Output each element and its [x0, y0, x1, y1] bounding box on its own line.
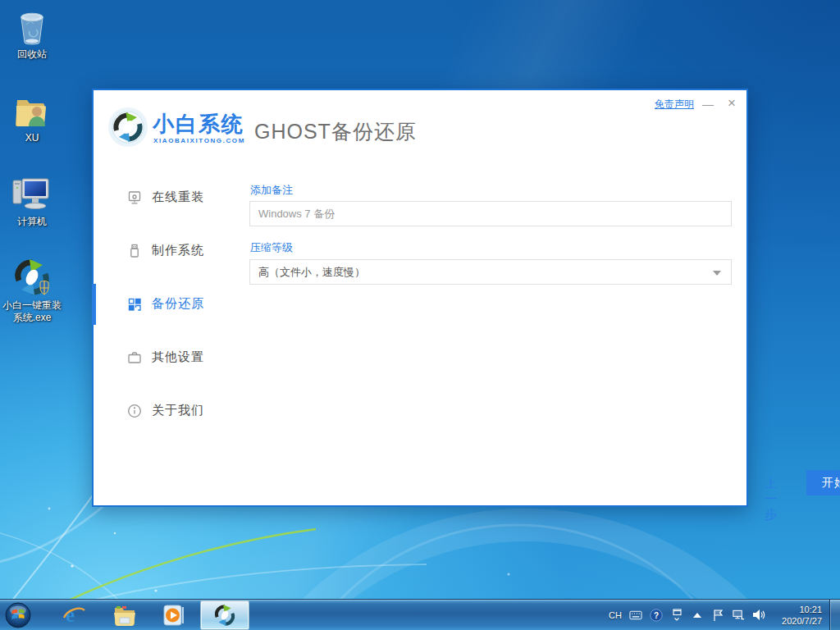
restore-window-icon[interactable]: [670, 609, 683, 622]
desktop-icon-label: 回收站: [2, 48, 62, 61]
desktop-icon-label: 小白一键重装系统.exe: [2, 299, 62, 324]
clock-date: 2020/7/27: [773, 615, 822, 627]
brand-name: 小白系统: [153, 110, 244, 139]
svg-text:?: ?: [654, 610, 659, 619]
sidebar-item-label: 制作系统: [152, 243, 204, 258]
recycle-bin-icon: [2, 8, 62, 46]
taskbar-media-player-icon[interactable]: [162, 604, 185, 627]
start-button[interactable]: [5, 602, 31, 628]
action-center-flag-icon[interactable]: [711, 609, 724, 622]
xiaobai-taskbar-icon: [213, 604, 236, 627]
user-folder-icon: [2, 92, 62, 130]
sidebar-item-label: 其他设置: [152, 349, 204, 365]
compression-level-label: 压缩等级: [250, 240, 293, 255]
desktop-icon-xiaobai-app[interactable]: 小白一键重装系统.exe: [2, 259, 62, 324]
show-desktop-button[interactable]: [829, 600, 840, 630]
clock-time: 10:21: [773, 604, 822, 615]
taskbar-explorer-icon[interactable]: [113, 604, 136, 627]
monitor-icon: [126, 189, 143, 206]
desktop-icon-computer[interactable]: 计算机: [2, 176, 62, 228]
info-icon: [126, 403, 143, 419]
xiaobai-app-icon: [2, 259, 62, 297]
sidebar-item-about-us[interactable]: 关于我们: [94, 384, 249, 437]
note-label: 添加备注: [250, 183, 293, 198]
help-icon[interactable]: ?: [650, 609, 663, 622]
keyboard-icon[interactable]: [629, 609, 642, 622]
sidebar-active-indicator: [92, 284, 96, 325]
briefcase-icon: [126, 349, 143, 366]
system-tray: CH ?: [609, 600, 822, 630]
backup-form: 添加备注 压缩等级 高（文件小，速度慢） 上一步 开始备份: [249, 90, 733, 505]
computer-icon: [2, 176, 62, 213]
usb-icon: [126, 243, 143, 259]
sidebar-item-other-settings[interactable]: 其他设置: [94, 331, 249, 384]
desktop-icon-label: 计算机: [2, 216, 62, 228]
sidebar-item-label: 在线重装: [152, 189, 204, 205]
grid-icon: [126, 296, 143, 313]
network-icon[interactable]: [732, 609, 745, 622]
sidebar-item-label: 关于我们: [152, 403, 204, 418]
taskbar-clock[interactable]: 10:21 2020/7/27: [773, 604, 822, 627]
compression-level-select[interactable]: 高（文件小，速度慢）: [249, 259, 732, 285]
sidebar: 在线重装 制作系统 备份还原: [94, 171, 249, 437]
sidebar-item-make-system[interactable]: 制作系统: [94, 224, 249, 277]
compression-level-value: 高（文件小，速度慢）: [258, 266, 365, 278]
back-button[interactable]: 上一步: [765, 476, 778, 523]
show-hidden-icons-chevron[interactable]: [691, 609, 704, 622]
brand-domain: XIAOBAIXITONG.COM: [153, 137, 245, 144]
desktop-icon-recycle-bin[interactable]: 回收站: [2, 8, 62, 61]
note-input[interactable]: [249, 201, 732, 226]
desktop-icon-label: XU: [2, 132, 62, 144]
sidebar-item-backup-restore[interactable]: 备份还原: [94, 277, 249, 331]
xiaobai-ghost-window: 免责声明 — × 小白系统 XIAOBAIXITONG.COM GHOST备份还…: [92, 89, 748, 507]
sidebar-item-online-reinstall[interactable]: 在线重装: [94, 171, 249, 224]
sidebar-item-label: 备份还原: [152, 296, 204, 312]
svg-text:e: e: [66, 604, 75, 626]
start-backup-button[interactable]: 开始备份: [806, 470, 840, 495]
taskbar: e CH: [0, 599, 840, 630]
volume-icon[interactable]: [752, 609, 765, 622]
xiaobai-logo-icon: [107, 107, 148, 151]
taskbar-active-app-xiaobai[interactable]: [200, 600, 249, 630]
chevron-down-icon: [713, 271, 721, 276]
taskbar-internet-explorer-icon[interactable]: e: [62, 604, 85, 627]
language-indicator[interactable]: CH: [609, 610, 622, 620]
desktop-icon-xu-folder[interactable]: XU: [2, 92, 62, 144]
